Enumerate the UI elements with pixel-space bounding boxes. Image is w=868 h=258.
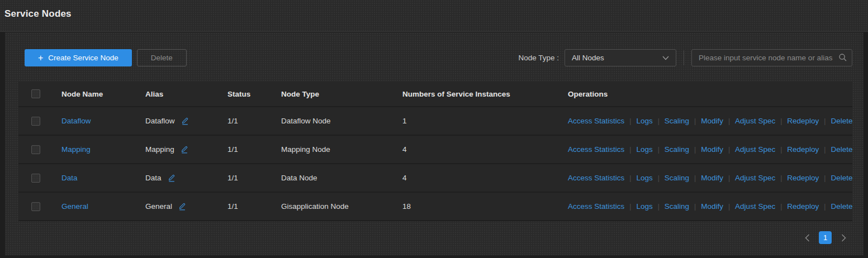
redeploy-link[interactable]: Redeploy — [782, 174, 824, 182]
instances-count: 18 — [402, 202, 568, 211]
create-service-node-button[interactable]: + Create Service Node — [25, 49, 132, 66]
node-type-select[interactable]: All Nodes — [565, 49, 676, 66]
operations-cell: Access Statistics| Logs| Scaling| Modify… — [568, 117, 862, 125]
alias-text: Data — [145, 174, 162, 182]
status-value: 1/1 — [227, 145, 281, 154]
next-page-button[interactable] — [839, 232, 848, 244]
operations-cell: Access Statistics| Logs| Scaling| Modify… — [568, 174, 862, 182]
prev-page-button[interactable] — [803, 232, 812, 244]
page-title: Service Nodes — [4, 8, 868, 20]
redeploy-link[interactable]: Redeploy — [782, 117, 824, 125]
adjust-spec-link[interactable]: Adjust Spec — [730, 117, 780, 125]
logs-link[interactable]: Logs — [631, 202, 657, 211]
node-type-value: Data Node — [281, 174, 402, 182]
header-instances: Numbers of Service Instances — [402, 90, 568, 98]
scaling-link[interactable]: Scaling — [660, 145, 694, 154]
toolbar-divider — [684, 50, 684, 65]
edit-alias-icon[interactable] — [181, 117, 189, 125]
chevron-down-icon — [662, 56, 669, 60]
header-operations: Operations — [568, 90, 852, 98]
alias-text: Dataflow — [145, 117, 175, 125]
status-value: 1/1 — [227, 202, 281, 211]
toolbar: + Create Service Node Delete Node Type :… — [18, 49, 852, 66]
header-node-name: Node Name — [61, 90, 145, 98]
logs-link[interactable]: Logs — [631, 174, 657, 182]
pagination: 1 — [18, 231, 852, 244]
node-name-link[interactable]: Data — [61, 174, 78, 182]
access-statistics-link[interactable]: Access Statistics — [568, 174, 629, 182]
row-checkbox[interactable] — [31, 117, 40, 126]
delete-button[interactable]: Delete — [137, 49, 187, 66]
node-name-link[interactable]: Mapping — [61, 145, 91, 154]
status-value: 1/1 — [227, 174, 281, 182]
service-nodes-table: Node Name Alias Status Node Type Numbers… — [18, 82, 852, 221]
current-page-number[interactable]: 1 — [819, 231, 832, 244]
node-type-label: Node Type : — [518, 54, 559, 62]
node-type-value: Dataflow Node — [281, 117, 402, 125]
instances-count: 4 — [402, 174, 568, 182]
edit-alias-icon[interactable] — [168, 174, 176, 182]
delete-link[interactable]: Delete — [826, 145, 857, 154]
delete-link[interactable]: Delete — [826, 174, 857, 182]
row-checkbox[interactable] — [31, 145, 40, 154]
modify-link[interactable]: Modify — [696, 145, 728, 154]
logs-link[interactable]: Logs — [631, 145, 657, 154]
scaling-link[interactable]: Scaling — [660, 117, 694, 125]
logs-link[interactable]: Logs — [631, 117, 657, 125]
modify-link[interactable]: Modify — [696, 202, 728, 211]
node-name-link[interactable]: General — [61, 202, 88, 211]
access-statistics-link[interactable]: Access Statistics — [568, 145, 629, 154]
modify-link[interactable]: Modify — [696, 117, 728, 125]
select-all-checkbox[interactable] — [31, 89, 40, 98]
search-input[interactable] — [691, 49, 852, 66]
page-header: Service Nodes — [0, 0, 868, 32]
row-checkbox[interactable] — [31, 202, 40, 211]
adjust-spec-link[interactable]: Adjust Spec — [730, 174, 780, 182]
alias-text: Mapping — [145, 145, 174, 154]
node-type-value: Mapping Node — [281, 145, 402, 154]
edit-alias-icon[interactable] — [181, 145, 188, 154]
node-name-link[interactable]: Dataflow — [61, 117, 91, 125]
operations-cell: Access Statistics| Logs| Scaling| Modify… — [568, 202, 862, 211]
redeploy-link[interactable]: Redeploy — [782, 202, 824, 211]
scaling-link[interactable]: Scaling — [660, 202, 694, 211]
table-row: Data Data 1/1 Data Node 4 Access Statist… — [18, 164, 852, 193]
row-checkbox[interactable] — [31, 174, 40, 183]
alias-text: General — [145, 202, 172, 211]
adjust-spec-link[interactable]: Adjust Spec — [730, 202, 780, 211]
modify-link[interactable]: Modify — [696, 174, 728, 182]
table-header-row: Node Name Alias Status Node Type Numbers… — [18, 82, 852, 107]
content-panel: + Create Service Node Delete Node Type :… — [5, 32, 864, 255]
header-alias: Alias — [145, 90, 227, 98]
delete-link[interactable]: Delete — [826, 202, 857, 211]
delete-link[interactable]: Delete — [826, 117, 857, 125]
scaling-link[interactable]: Scaling — [660, 174, 694, 182]
search-box — [691, 49, 852, 66]
access-statistics-link[interactable]: Access Statistics — [568, 117, 629, 125]
adjust-spec-link[interactable]: Adjust Spec — [730, 145, 780, 154]
table-row: Dataflow Dataflow 1/1 Dataflow Node 1 Ac… — [18, 107, 852, 136]
edit-alias-icon[interactable] — [178, 202, 186, 211]
status-value: 1/1 — [227, 117, 281, 125]
create-button-label: Create Service Node — [48, 54, 118, 62]
table-row: Mapping Mapping 1/1 Mapping Node 4 Acces… — [18, 136, 852, 164]
plus-icon: + — [38, 54, 43, 63]
header-node-type: Node Type — [281, 90, 402, 98]
operations-cell: Access Statistics| Logs| Scaling| Modify… — [568, 145, 862, 154]
instances-count: 4 — [402, 145, 568, 154]
search-icon[interactable] — [838, 53, 847, 64]
node-type-selected-value: All Nodes — [572, 54, 604, 62]
node-type-value: Gisapplication Node — [281, 202, 402, 211]
header-status: Status — [227, 90, 281, 98]
table-row: General General 1/1 Gisapplication Node … — [18, 193, 852, 221]
redeploy-link[interactable]: Redeploy — [782, 145, 824, 154]
page: Service Nodes + Create Service Node Dele… — [0, 0, 868, 258]
access-statistics-link[interactable]: Access Statistics — [568, 202, 629, 211]
instances-count: 1 — [402, 117, 568, 125]
